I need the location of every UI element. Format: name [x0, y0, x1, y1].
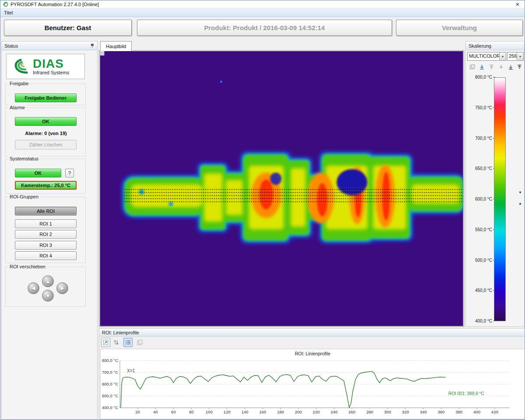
levels-select-value: 256 — [508, 52, 517, 60]
alarme-count-text: Alarme: 0 (von 19) — [6, 131, 86, 136]
svg-text:500,0 °C: 500,0 °C — [102, 393, 118, 398]
roi-button-2[interactable]: ROI 2 — [15, 230, 77, 239]
levels-select[interactable]: 256 ▼ — [507, 52, 524, 61]
scale-label-450: 450,0 °C — [469, 288, 492, 293]
alarme-group-label: Alarme — [8, 105, 26, 110]
titel-bar: Titel — [0, 8, 525, 17]
profile-panel-title: ROI: Linienprofile — [102, 330, 139, 335]
systemstatus-group: Systemstatus OK ? Kameratemp.: 25,0 °C — [5, 159, 86, 194]
svg-text:120: 120 — [224, 410, 231, 414]
roi-button-4[interactable]: ROI 4 — [15, 251, 77, 260]
profile-chart-box: ROI: Linienprofile 800,0 °C700,0 °C600,0… — [100, 349, 525, 419]
dias-logo-subtitle: Infrared Systems — [33, 70, 69, 75]
status-panel: Status DIAS Infrared Systems Freigabe Fr… — [1, 41, 98, 420]
arrow-up-icon: ▲ — [46, 279, 50, 284]
roi-button-alle[interactable]: Alle ROI — [15, 207, 77, 215]
roi-move-up-button[interactable]: ▲ — [42, 275, 54, 287]
dias-logo-text: DIAS — [33, 58, 69, 69]
palette-select[interactable]: MULTICOLOR ▼ — [467, 52, 506, 61]
svg-text:340: 340 — [420, 410, 427, 414]
roi-verschieben-group-label: ROI verschieben — [8, 264, 47, 269]
scale-min-icon[interactable] — [516, 63, 523, 71]
roi-move-right-button[interactable]: ▶ — [56, 282, 68, 294]
arrow-down-icon: ▼ — [46, 293, 50, 299]
svg-text:360: 360 — [438, 410, 444, 414]
skalierung-panel-header: Skalierung — [466, 42, 524, 50]
freigabe-group-label: Freigabe — [8, 81, 30, 86]
skalierung-panel: Skalierung MULTICOLOR ▼ 256 ▼ 800,0 °C 7… — [466, 41, 525, 327]
roi-gruppen-group: ROI-Gruppen Alle ROI ROI 1 ROI 2 ROI 3 R… — [5, 197, 86, 263]
palette-select-value: MULTICOLOR — [468, 52, 499, 60]
arrow-left-icon: ◀ — [32, 285, 35, 291]
chart-export-icon[interactable] — [101, 338, 110, 347]
svg-text:600,0 °C: 600,0 °C — [102, 382, 118, 386]
pyrosoft-window: { "window": { "title": "PYROSOFT Automat… — [0, 0, 525, 420]
svg-text:400: 400 — [473, 410, 480, 414]
app-icon — [3, 2, 8, 7]
profile-panel: ROI: Linienprofile ROI: Linienprofile 80… — [99, 328, 525, 420]
svg-text:X=1: X=1 — [127, 368, 135, 373]
scale-label-650: 650,0 °C — [469, 166, 492, 171]
svg-text:240: 240 — [331, 410, 338, 414]
svg-text:160: 160 — [259, 410, 266, 414]
svg-text:300: 300 — [384, 410, 391, 414]
status-panel-header: Status — [2, 42, 97, 50]
pin-icon[interactable] — [90, 43, 94, 48]
dias-swirl-icon — [10, 58, 30, 75]
scale-label-500: 500,0 °C — [469, 258, 492, 263]
scale-auto-icon[interactable] — [478, 63, 486, 71]
thermal-image[interactable] — [100, 51, 463, 326]
tab-hauptbild[interactable]: Hauptbild — [100, 41, 132, 51]
main-view: Hauptbild — [99, 41, 464, 327]
close-button[interactable]: × — [513, 1, 522, 7]
chevron-down-icon: ▼ — [499, 52, 506, 60]
roi-button-3[interactable]: ROI 3 — [15, 241, 77, 250]
svg-text:800,0 °C: 800,0 °C — [102, 358, 118, 363]
scale-label-750: 750,0 °C — [469, 105, 492, 111]
roi-move-down-button[interactable]: ▼ — [42, 290, 54, 302]
window-title: PYROSOFT Automation 2.27.4.0 [Online] — [10, 2, 99, 7]
scale-label-550: 550,0 °C — [469, 227, 492, 233]
color-scale-bar — [494, 77, 506, 321]
svg-text:100: 100 — [206, 410, 213, 414]
user-button[interactable]: Benutzer: Gast — [4, 20, 132, 36]
scale-max-icon[interactable] — [507, 63, 514, 71]
svg-text:20: 20 — [136, 410, 140, 414]
svg-text:280: 280 — [366, 410, 373, 414]
svg-text:80: 80 — [189, 410, 194, 414]
systemstatus-ok-indicator[interactable]: OK — [15, 169, 61, 177]
svg-text:60: 60 — [171, 410, 176, 414]
svg-text:380: 380 — [455, 410, 462, 414]
profile-panel-header: ROI: Linienprofile — [99, 329, 525, 337]
svg-text:320: 320 — [402, 410, 409, 414]
verwaltung-button[interactable]: Verwaltung — [396, 20, 523, 36]
svg-text:200: 200 — [295, 410, 302, 414]
chevron-down-icon: ▼ — [517, 52, 523, 60]
svg-text:420: 420 — [491, 410, 498, 414]
scale-shift-down-button[interactable]: ▼ — [518, 191, 522, 194]
scale-shift-up-button[interactable]: ▲ — [518, 202, 522, 205]
arrow-right-icon: ▶ — [60, 285, 64, 291]
scale-label-600: 600,0 °C — [469, 197, 492, 202]
thermal-image-frame — [99, 50, 464, 327]
systemstatus-group-label: Systemstatus — [8, 156, 40, 161]
systemstatus-help-button[interactable]: ? — [65, 169, 74, 177]
roi-button-1[interactable]: ROI 1 — [15, 219, 77, 228]
copy-icon[interactable] — [135, 338, 144, 347]
zaehler-loeschen-button[interactable]: Zähler Löschen — [15, 140, 77, 149]
palette-copy-icon[interactable] — [469, 63, 476, 71]
scale-label-700: 700,0 °C — [469, 136, 492, 141]
title-bar: PYROSOFT Automation 2.27.4.0 [Online] × — [0, 0, 525, 8]
alarme-ok-indicator[interactable]: OK — [15, 117, 77, 126]
freigabe-bediener-button[interactable]: Freigabe Bediener — [15, 94, 77, 102]
status-panel-title: Status — [4, 43, 18, 49]
roi-move-left-button[interactable]: ◀ — [28, 282, 39, 294]
svg-text:180: 180 — [277, 410, 284, 414]
chart-scale-icon[interactable] — [112, 338, 121, 347]
svg-text:700,0 °C: 700,0 °C — [102, 370, 118, 375]
scale-down-icon[interactable] — [497, 63, 505, 71]
product-button[interactable]: Produkt: Produkt / 2016-03-09 14:52:14 — [137, 20, 392, 36]
scale-up-icon[interactable] — [488, 63, 495, 71]
legend-icon[interactable] — [123, 338, 133, 347]
profile-toolbar — [100, 337, 525, 349]
